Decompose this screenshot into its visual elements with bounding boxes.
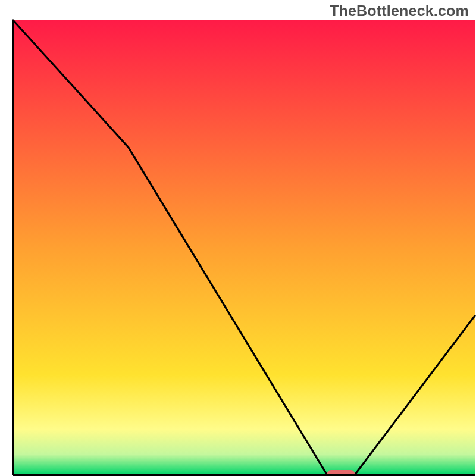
watermark-text: TheBottleneck.com <box>330 2 469 20</box>
bottleneck-chart <box>0 0 476 476</box>
chart-container: { "watermark": "TheBottleneck.com", "cha… <box>0 0 476 476</box>
